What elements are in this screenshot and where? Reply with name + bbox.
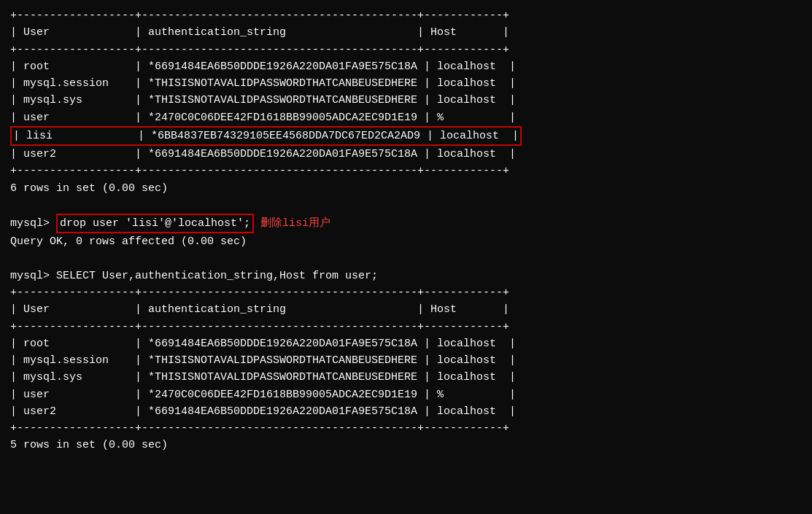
row-lisi-highlighted: | lisi | *6BB4837EB74329105EE4568DDA7DC6… [10, 126, 802, 146]
count-second: 5 rows in set (0.00 sec) [10, 437, 802, 453]
separator-top-2: +------------------+--------------------… [10, 284, 802, 301]
drop-command-line: mysql> drop user 'lisi'@'localhost'; 删除l… [10, 214, 802, 233]
blank-2 [10, 251, 802, 268]
blank-1 [10, 197, 802, 214]
row-mysql-sys-1: | mysql.sys | *THISISNOTAVALIDPASSWORDTH… [10, 92, 802, 109]
lisi-highlight-box: | lisi | *6BB4837EB74329105EE4568DDA7DC6… [10, 126, 522, 146]
separator-bot-1: +------------------+--------------------… [10, 163, 802, 179]
row-root-2: | root | *6691484EA6B50DDDE1926A220DA01F… [10, 335, 802, 352]
drop-command-box: drop user 'lisi'@'localhost'; [56, 214, 254, 233]
separator-mid-1: +------------------+--------------------… [10, 42, 802, 58]
table-header-1: | User | authentication_string | Host | [10, 24, 802, 41]
row-user-1: | user | *2470C0C06DEE42FD1618BB99005ADC… [10, 109, 802, 126]
separator-top-1: +------------------+--------------------… [10, 7, 802, 24]
row-user-2: | user | *2470C0C06DEE42FD1618BB99005ADC… [10, 386, 802, 403]
table-header-2: | User | authentication_string | Host | [10, 301, 802, 318]
prompt-1: mysql> [10, 217, 56, 230]
row-root-1: | root | *6691484EA6B50DDDE1926A220DA01F… [10, 58, 802, 75]
row-user2-1: | user2 | *6691484EA6B50DDDE1926A220DA01… [10, 146, 802, 163]
terminal-window: +------------------+--------------------… [10, 7, 802, 454]
row-mysql-session-2: | mysql.session | *THISISNOTAVALIDPASSWO… [10, 352, 802, 369]
separator-bot-2: +------------------+--------------------… [10, 420, 802, 437]
query-ok-line: Query OK, 0 rows affected (0.00 sec) [10, 233, 802, 250]
count-first: 6 rows in set (0.00 sec) [10, 180, 802, 197]
drop-comment: 删除lisi用户 [254, 217, 330, 230]
row-mysql-sys-2: | mysql.sys | *THISISNOTAVALIDPASSWORDTH… [10, 369, 802, 386]
row-mysql-session-1: | mysql.session | *THISISNOTAVALIDPASSWO… [10, 75, 802, 92]
separator-mid-2: +------------------+--------------------… [10, 319, 802, 335]
select-cmd-line: mysql> SELECT User,authentication_string… [10, 268, 802, 284]
row-user2-2: | user2 | *6691484EA6B50DDDE1926A220DA01… [10, 403, 802, 420]
